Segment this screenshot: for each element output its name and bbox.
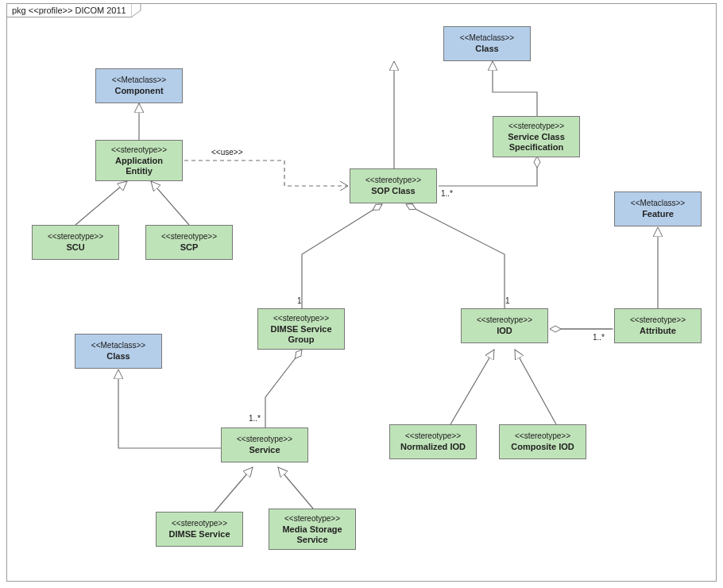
stereotype-name: SCP [151,242,227,253]
stereotype-tag: <<stereotype>> [395,431,471,441]
metaclass-tag: <<Metaclass>> [620,199,696,208]
stereotype-tag: <<stereotype>> [620,315,696,325]
stereotype-tag: <<stereotype>> [226,435,303,444]
svg-line-5 [450,350,494,424]
stereotype-tag: <<stereotype>> [263,314,339,323]
stereotype-tag: <<stereotype>> [161,519,238,528]
stereotype-tag: <<stereotype>> [466,315,543,325]
svg-line-6 [515,350,556,424]
stereotype-tag: <<stereotype>> [151,232,227,242]
package-kind: pkg [12,6,26,15]
metaclass-name: Component [101,86,177,96]
stereotype-scp: <<stereotype>> SCP [145,225,233,260]
metaclass-class-left: <<Metaclass>> Class [75,334,162,369]
metaclass-component: <<Metaclass>> Component [95,68,183,103]
svg-line-7 [215,467,253,512]
stereotype-composite-iod: <<stereotype>> Composite IOD [499,424,586,459]
package-title: pkg <<profile>> DICOM 2011 [6,3,131,17]
stereotype-dimse-service: <<stereotype>> DIMSE Service [156,512,243,547]
svg-line-8 [278,467,313,509]
metaclass-feature: <<Metaclass>> Feature [614,191,702,226]
metaclass-class-top: <<Metaclass>> Class [443,26,531,61]
stereotype-tag: <<stereotype>> [355,176,431,185]
stereotype-name: Normalized IOD [395,442,471,452]
svg-line-1 [75,181,127,225]
metaclass-name: Class [449,44,525,54]
stereotype-name: IOD [466,326,543,336]
stereotype-tag: <<stereotype>> [37,232,114,242]
svg-line-2 [151,181,189,225]
stereotype-tag: <<stereotype>> [101,145,177,155]
stereotype-name: DIMSE Service Group [263,324,339,345]
package-name: DICOM 2011 [75,6,126,15]
stereotype-name: Service [226,445,303,455]
stereotype-service-class-specification: <<stereotype>> Service Class Specificati… [493,116,580,157]
stereotype-normalized-iod: <<stereotype>> Normalized IOD [389,424,477,459]
stereotype-service: <<stereotype>> Service [221,427,308,462]
stereotype-tag: <<stereotype>> [498,122,574,131]
stereotype-dimse-service-group: <<stereotype>> DIMSE Service Group [257,308,345,350]
stereotype-name: SOP Class [355,186,431,196]
stereotype-sop-class: <<stereotype>> SOP Class [350,168,437,203]
stereotype-iod: <<stereotype>> IOD [461,308,548,343]
package-stereotype: <<profile>> [29,6,73,15]
stereotype-attribute: <<stereotype>> Attribute [614,308,702,343]
stereotype-name: Media Storage Service [274,524,350,545]
stereotype-name: SCU [37,242,114,253]
stereotype-tag: <<stereotype>> [274,514,350,524]
stereotype-name: DIMSE Service [161,529,238,540]
stereotype-tag: <<stereotype>> [505,431,581,441]
stereotype-application-entity: <<stereotype>> Application Entitiy [95,140,183,181]
metaclass-name: Feature [620,209,696,219]
stereotype-name: Composite IOD [505,442,581,452]
stereotype-media-storage-service: <<stereotype>> Media Storage Service [269,509,356,550]
stereotype-scu: <<stereotype>> SCU [32,225,119,260]
stereotype-name: Application Entitiy [101,156,177,176]
metaclass-tag: <<Metaclass>> [101,75,177,85]
metaclass-name: Class [80,351,157,362]
metaclass-tag: <<Metaclass>> [80,341,157,350]
stereotype-name: Attribute [620,326,696,336]
stereotype-name: Service Class Specification [498,132,574,153]
metaclass-tag: <<Metaclass>> [449,33,525,43]
